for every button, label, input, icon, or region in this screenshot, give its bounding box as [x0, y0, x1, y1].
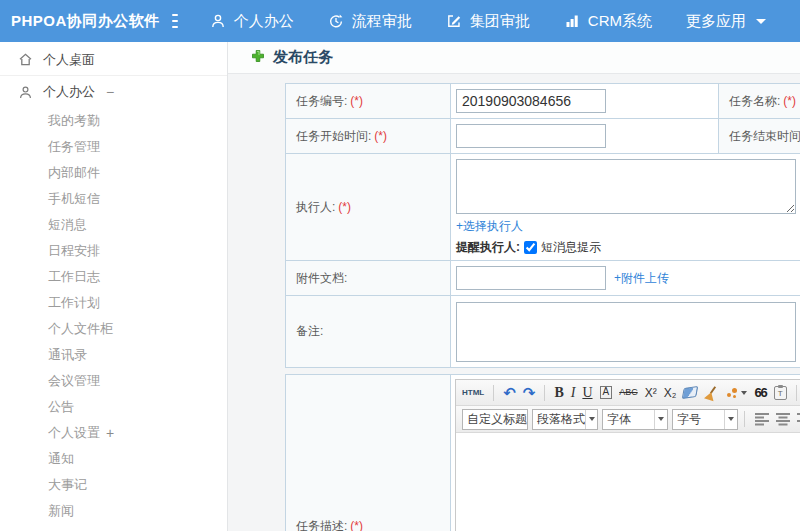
task-number-input[interactable]	[456, 89, 606, 113]
sidebar-item-personal-settings[interactable]: 个人设置 +	[0, 420, 227, 446]
eraser-icon[interactable]	[682, 386, 699, 399]
page-title: 发布任务	[273, 48, 333, 67]
required-mark: (*)	[783, 94, 796, 108]
menu-toggle-icon[interactable]	[172, 14, 178, 28]
task-name-label-cell: 任务名称:(*)	[719, 84, 800, 119]
task-description-table: 任务描述:(*) HTML ↶ ↷ B I	[285, 374, 800, 531]
top-menu: 个人办公 流程审批 集团审批 CRM系统 更多应用	[210, 12, 800, 31]
sidebar-item-announcement[interactable]: 公告	[0, 394, 227, 420]
expand-icon[interactable]: +	[106, 426, 114, 440]
sidebar-item-internal-mail[interactable]: 内部邮件	[0, 160, 227, 186]
caret-down-icon	[741, 391, 747, 395]
custom-title-select[interactable]: 自定义标题	[462, 409, 528, 430]
align-left-icon[interactable]	[755, 413, 770, 426]
font-family-select[interactable]: 字体	[602, 409, 668, 430]
format-brush-icon[interactable]	[704, 386, 719, 400]
sidebar-item-schedule[interactable]: 日程安排	[0, 238, 227, 264]
app-logo: PHPOA协同办公软件	[0, 12, 160, 31]
attachment-upload-link[interactable]: +附件上传	[614, 270, 669, 287]
start-time-label-cell: 任务开始时间:(*)	[286, 119, 451, 154]
required-mark: (*)	[350, 94, 363, 108]
strikethrough-button[interactable]: ABC	[619, 388, 638, 397]
caret-down-icon	[756, 19, 766, 24]
edit-icon	[446, 13, 462, 29]
required-mark: (*)	[338, 200, 351, 214]
sms-tip-label: 短消息提示	[541, 239, 601, 256]
sidebar-item-task-management[interactable]: 任务管理	[0, 134, 227, 160]
process-icon	[328, 13, 344, 29]
attachment-input[interactable]	[456, 266, 606, 290]
choose-executor-link[interactable]: +选择执行人	[456, 218, 523, 235]
sidebar-item-personal-desktop[interactable]: 个人桌面	[0, 44, 227, 76]
align-center-icon[interactable]	[776, 413, 791, 426]
required-mark: (*)	[350, 519, 363, 531]
caret-down-icon	[589, 417, 595, 421]
required-mark: (*)	[374, 129, 387, 143]
sidebar-item-my-attendance[interactable]: 我的考勤	[0, 108, 227, 134]
executor-textarea[interactable]	[456, 159, 796, 214]
auto-typeset-dropdown[interactable]	[726, 387, 747, 399]
subscript-button[interactable]: X₂	[664, 387, 677, 399]
alignment-buttons	[755, 413, 800, 426]
top-menu-workflow-approval[interactable]: 流程审批	[328, 12, 412, 31]
home-icon	[18, 52, 33, 67]
task-form-table: 任务编号:(*) 任务名称:(*) 任务开始时间:(*)	[285, 83, 800, 368]
top-navigation-bar: PHPOA协同办公软件 个人办公 流程审批 集团审批 CRM系统	[0, 0, 800, 42]
task-number-label-cell: 任务编号:(*)	[286, 84, 451, 119]
description-label-cell: 任务描述:(*)	[286, 375, 451, 531]
top-menu-more-apps[interactable]: 更多应用	[686, 12, 766, 31]
remark-label-cell: 备注:	[286, 296, 451, 368]
sidebar-item-personal-office[interactable]: 个人办公 −	[0, 76, 227, 108]
remind-executor-label: 提醒执行人:	[456, 239, 520, 256]
italic-button[interactable]: I	[571, 386, 576, 400]
underline-button[interactable]: U	[582, 386, 592, 400]
sidebar-item-news[interactable]: 新闻	[0, 498, 227, 524]
user-icon	[210, 13, 226, 29]
caret-down-icon	[728, 417, 734, 421]
sparkle-icon	[726, 387, 738, 399]
top-menu-group-approval[interactable]: 集团审批	[446, 12, 530, 31]
form-area: 任务编号:(*) 任务名称:(*) 任务开始时间:(*)	[228, 74, 800, 531]
sidebar-item-memorabilia[interactable]: 大事记	[0, 472, 227, 498]
sms-tip-checkbox[interactable]	[524, 241, 537, 254]
char-border-button[interactable]: A	[600, 386, 613, 399]
sidebar-item-work-plan[interactable]: 工作计划	[0, 290, 227, 316]
attachment-label-cell: 附件文档:	[286, 261, 451, 296]
add-icon	[251, 49, 265, 67]
blockquote-button[interactable]: 66	[754, 386, 766, 399]
editor-content-area[interactable]	[456, 433, 800, 531]
sidebar-item-short-message[interactable]: 短消息	[0, 212, 227, 238]
top-menu-crm-system[interactable]: CRM系统	[564, 12, 652, 31]
superscript-button[interactable]: X²	[645, 387, 657, 399]
bold-button[interactable]: B	[554, 386, 563, 400]
user-icon	[18, 85, 33, 100]
executor-label-cell: 执行人:(*)	[286, 154, 451, 261]
remark-textarea[interactable]	[456, 302, 796, 362]
top-menu-personal-office[interactable]: 个人办公	[210, 12, 294, 31]
caret-down-icon	[658, 417, 664, 421]
sidebar-item-mobile-sms[interactable]: 手机短信	[0, 186, 227, 212]
paste-icon[interactable]	[774, 386, 787, 400]
paragraph-format-select[interactable]: 段落格式	[532, 409, 598, 430]
sidebar-item-personal-file-cabinet[interactable]: 个人文件柜	[0, 316, 227, 342]
font-size-select[interactable]: 字号	[672, 409, 738, 430]
redo-icon[interactable]: ↷	[523, 385, 536, 400]
editor-toolbar-row-2: 自定义标题 段落格式 字体	[456, 406, 800, 433]
bar-chart-icon	[564, 13, 580, 29]
end-time-label-cell: 任务结束时间:(*)	[719, 119, 800, 154]
rich-text-editor: HTML ↶ ↷ B I U A ABC X²	[455, 379, 800, 531]
sidebar-item-work-log[interactable]: 工作日志	[0, 264, 227, 290]
sidebar-item-notice[interactable]: 通知	[0, 446, 227, 472]
main-content: 发布任务 任务编号:(*) 任务名称:(*)	[228, 42, 800, 531]
page-header: 发布任务	[228, 42, 800, 74]
editor-toolbar-row-1: HTML ↶ ↷ B I U A ABC X²	[456, 380, 800, 406]
sidebar: 个人桌面 个人办公 − 我的考勤 任务管理 内部邮件 手机短信 短消息 日程安排…	[0, 42, 228, 531]
sidebar-item-address-book[interactable]: 通讯录	[0, 342, 227, 368]
collapse-icon[interactable]: −	[106, 85, 114, 99]
sidebar-item-meeting-management[interactable]: 会议管理	[0, 368, 227, 394]
start-time-input[interactable]	[456, 124, 606, 148]
html-source-button[interactable]: HTML	[462, 389, 484, 397]
undo-icon[interactable]: ↶	[503, 385, 516, 400]
